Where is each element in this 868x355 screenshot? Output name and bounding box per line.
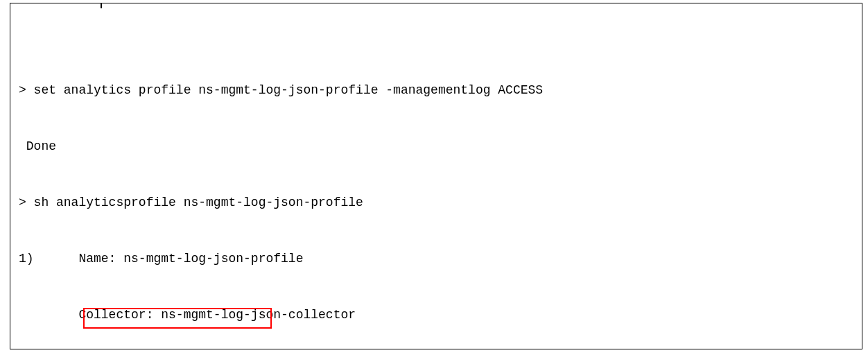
terminal-line: > sh analyticsprofile ns-mgmt-log-json-p… (10, 193, 862, 212)
terminal-line: Collector: ns-mgmt-log-json-collector (10, 306, 862, 324)
terminal-line: 1) Name: ns-mgmt-log-json-profile (10, 250, 862, 268)
terminal-frame: > set analytics profile ns-mgmt-log-json… (10, 3, 862, 349)
cursor-indicator (101, 3, 102, 8)
terminal-line: Done (10, 137, 862, 156)
terminal-line: > set analytics profile ns-mgmt-log-json… (10, 81, 862, 100)
